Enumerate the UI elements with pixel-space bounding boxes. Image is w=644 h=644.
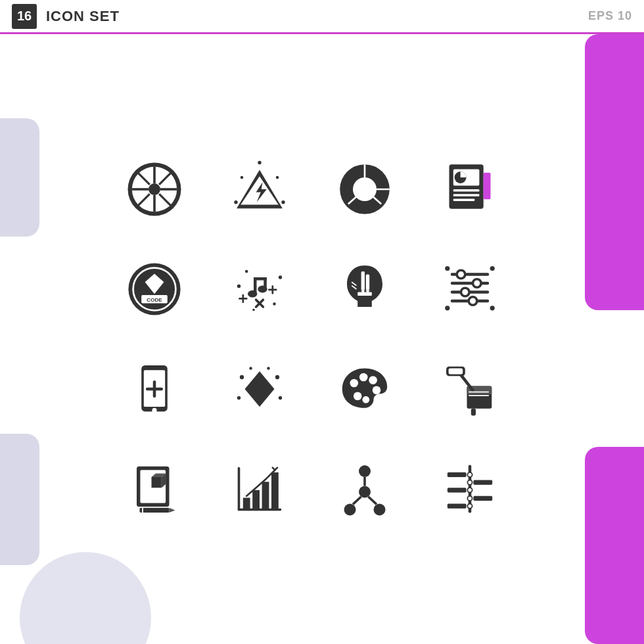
header-bar: 16 ICON SET EPS 10 xyxy=(0,0,644,34)
icon-timeline-bars[interactable] xyxy=(430,449,509,528)
svg-point-110 xyxy=(344,504,356,516)
svg-point-37 xyxy=(245,270,248,273)
svg-point-124 xyxy=(467,496,472,501)
svg-rect-54 xyxy=(366,275,369,290)
svg-point-81 xyxy=(359,373,368,382)
svg-rect-117 xyxy=(473,480,492,485)
icon-network-nodes[interactable] xyxy=(325,449,404,528)
bg-decoration-bottom-right xyxy=(585,447,644,644)
svg-rect-91 xyxy=(449,369,463,375)
svg-point-15 xyxy=(276,176,279,179)
svg-point-65 xyxy=(445,266,449,271)
svg-rect-104 xyxy=(243,498,250,510)
svg-point-76 xyxy=(237,396,241,400)
svg-rect-106 xyxy=(262,482,269,509)
svg-point-77 xyxy=(279,396,282,400)
svg-rect-28 xyxy=(453,189,480,192)
svg-point-61 xyxy=(457,270,465,279)
svg-rect-119 xyxy=(473,496,492,501)
svg-rect-27 xyxy=(469,180,476,183)
svg-rect-118 xyxy=(448,488,467,492)
icon-growth-chart[interactable] xyxy=(220,449,299,528)
svg-point-67 xyxy=(445,306,449,310)
svg-rect-116 xyxy=(448,472,467,477)
svg-point-84 xyxy=(354,392,362,401)
svg-rect-53 xyxy=(361,271,365,290)
icons-content-area: CODE xyxy=(46,34,578,644)
icon-electric-warning[interactable] xyxy=(220,150,299,229)
icon-sparkle-arrow[interactable] xyxy=(220,350,299,428)
svg-point-108 xyxy=(359,465,371,477)
svg-text:CODE: CODE xyxy=(147,297,162,303)
svg-point-122 xyxy=(467,480,472,485)
eps-label: EPS 10 xyxy=(588,9,632,23)
icon-diamond-code-badge[interactable]: CODE xyxy=(115,250,194,329)
page-title: ICON SET xyxy=(46,8,588,25)
svg-point-111 xyxy=(374,504,386,516)
svg-line-113 xyxy=(353,497,361,505)
svg-point-66 xyxy=(490,266,495,271)
svg-point-74 xyxy=(240,375,244,379)
icons-grid: CODE xyxy=(95,130,529,548)
svg-point-78 xyxy=(249,367,252,370)
icon-donut-chart[interactable] xyxy=(325,150,404,229)
svg-point-12 xyxy=(234,200,237,204)
svg-point-62 xyxy=(473,279,482,288)
svg-marker-100 xyxy=(170,508,175,513)
svg-point-68 xyxy=(490,306,495,310)
svg-rect-88 xyxy=(471,409,476,416)
svg-point-123 xyxy=(467,488,472,492)
icon-music-notes-sparkle[interactable] xyxy=(220,250,299,329)
svg-point-44 xyxy=(248,290,257,298)
icon-report-chart[interactable] xyxy=(430,150,509,229)
svg-point-39 xyxy=(273,302,276,306)
svg-point-40 xyxy=(252,309,255,311)
svg-point-79 xyxy=(267,367,270,370)
svg-point-82 xyxy=(369,376,377,384)
svg-rect-30 xyxy=(453,198,474,201)
svg-point-13 xyxy=(281,200,285,204)
svg-rect-99 xyxy=(140,508,170,513)
icon-filter-dots[interactable] xyxy=(430,250,509,329)
svg-point-121 xyxy=(467,472,472,477)
svg-rect-107 xyxy=(271,472,279,510)
svg-point-45 xyxy=(258,286,267,293)
icon-football-coin[interactable] xyxy=(115,150,194,229)
svg-marker-96 xyxy=(152,477,162,488)
svg-point-73 xyxy=(152,408,156,413)
icon-3d-book[interactable] xyxy=(115,449,194,528)
svg-point-11 xyxy=(258,161,261,164)
svg-rect-29 xyxy=(453,194,480,196)
icon-count-badge: 16 xyxy=(12,4,37,29)
icon-paint-roller-bucket[interactable] xyxy=(430,350,509,428)
icon-mobile-plus[interactable] xyxy=(115,350,194,428)
svg-point-80 xyxy=(350,379,359,388)
svg-rect-31 xyxy=(484,173,491,200)
svg-rect-105 xyxy=(252,490,260,510)
svg-point-75 xyxy=(275,375,279,379)
svg-point-14 xyxy=(241,176,244,179)
svg-rect-25 xyxy=(469,172,477,174)
svg-point-83 xyxy=(373,386,381,395)
bg-decoration-left-bottom xyxy=(0,434,39,565)
svg-point-63 xyxy=(461,288,470,296)
svg-rect-120 xyxy=(448,504,467,509)
svg-point-125 xyxy=(467,504,472,509)
svg-point-38 xyxy=(279,275,282,279)
icon-paint-palette[interactable] xyxy=(325,350,404,428)
svg-line-114 xyxy=(368,497,377,505)
svg-rect-52 xyxy=(357,292,372,296)
svg-point-64 xyxy=(469,297,477,306)
bg-decoration-left-top xyxy=(0,118,39,237)
svg-point-36 xyxy=(237,285,241,288)
svg-point-85 xyxy=(362,396,369,403)
svg-point-2 xyxy=(149,183,160,195)
icon-mind-pencil[interactable] xyxy=(325,250,404,329)
svg-rect-26 xyxy=(469,175,474,178)
bg-decoration-right xyxy=(585,34,644,310)
